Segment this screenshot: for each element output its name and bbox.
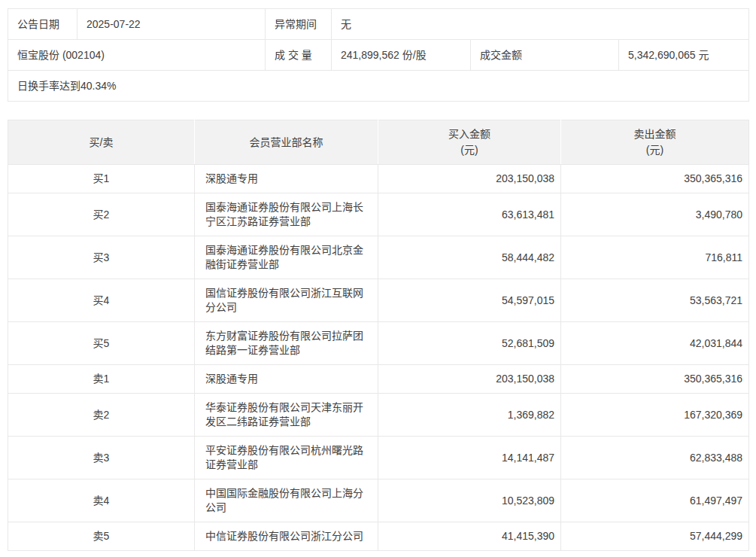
col-header-sell-line2: (元) [569, 142, 741, 158]
volume-value: 241,899,562 份/股 [332, 40, 471, 71]
summary-row-note: 日换手率达到40.34% [8, 71, 749, 102]
table-row: 买3 国泰海通证券股份有限公司北京金融街证券营业部 58,444,482 716… [8, 236, 749, 279]
col-header-buy-line2: (元) [386, 142, 553, 158]
col-header-buy-line1: 买入金额 [386, 126, 553, 142]
broker-name-cell: 东方财富证券股份有限公司拉萨团结路第一证券营业部 [195, 322, 378, 365]
side-rank-cell: 买5 [8, 322, 195, 365]
summary-row-date: 公告日期 2025-07-22 异常期间 无 [8, 9, 749, 40]
table-row: 卖2 华泰证券股份有限公司天津东丽开发区二纬路证券营业部 1,369,882 1… [8, 394, 749, 437]
buy-amount-cell: 54,597,015 [378, 279, 561, 322]
stock-summary-table: 公告日期 2025-07-22 异常期间 无 恒宝股份 (002104) 成 交… [8, 8, 749, 102]
side-rank-cell: 买1 [8, 165, 195, 193]
broker-name-cell: 国泰海通证券股份有限公司北京金融街证券营业部 [195, 236, 378, 279]
table-row: 卖5 中信证券股份有限公司浙江分公司 41,415,390 57,444,299 [8, 522, 749, 551]
sell-amount-cell: 57,444,299 [561, 522, 749, 551]
broker-name-cell: 中信证券股份有限公司浙江分公司 [195, 522, 378, 551]
buy-amount-cell: 58,444,482 [378, 236, 561, 279]
col-header-side: 买/卖 [8, 120, 195, 165]
sell-amount-cell: 42,031,844 [561, 322, 749, 365]
announce-date-label: 公告日期 [8, 9, 77, 40]
sell-amount-cell: 3,490,780 [561, 193, 749, 236]
lhb-table-body: 买1 深股通专用 203,150,038 350,365,316 买2 国泰海通… [8, 165, 749, 551]
table-row: 卖4 中国国际金融股份有限公司上海分公司 10,523,809 61,497,4… [8, 479, 749, 522]
broker-name-cell: 平安证券股份有限公司杭州曙光路证券营业部 [195, 437, 378, 479]
side-rank-cell: 卖3 [8, 437, 195, 479]
side-rank-cell: 买4 [8, 279, 195, 322]
side-rank-cell: 卖4 [8, 479, 195, 522]
sell-amount-cell: 167,320,369 [561, 394, 749, 437]
broker-seats-table: 买/卖 会员营业部名称 买入金额 (元) 卖出金额 (元) 买1 深股通专用 2… [8, 120, 749, 551]
sell-amount-cell: 350,365,316 [561, 365, 749, 394]
buy-amount-cell: 41,415,390 [378, 522, 561, 551]
table-row: 买1 深股通专用 203,150,038 350,365,316 [8, 165, 749, 193]
abnormal-period-label: 异常期间 [266, 9, 332, 40]
buy-amount-cell: 203,150,038 [378, 365, 561, 394]
col-header-buy-amount: 买入金额 (元) [378, 120, 561, 165]
turnover-rate-note: 日换手率达到40.34% [8, 71, 749, 102]
table-row: 买5 东方财富证券股份有限公司拉萨团结路第一证券营业部 52,681,509 4… [8, 322, 749, 365]
abnormal-period-value: 无 [332, 9, 749, 40]
sell-amount-cell: 350,365,316 [561, 165, 749, 193]
broker-name-cell: 国信证券股份有限公司浙江互联网分公司 [195, 279, 378, 322]
broker-name-cell: 中国国际金融股份有限公司上海分公司 [195, 479, 378, 522]
buy-amount-cell: 14,141,487 [378, 437, 561, 479]
col-header-sell-amount: 卖出金额 (元) [561, 120, 749, 165]
summary-row-volume: 恒宝股份 (002104) 成 交 量 241,899,562 份/股 成交金额… [8, 40, 749, 71]
turnover-label: 成交金额 [471, 40, 619, 71]
broker-table-header: 买/卖 会员营业部名称 买入金额 (元) 卖出金额 (元) [8, 120, 749, 165]
sell-amount-cell: 716,811 [561, 236, 749, 279]
buy-amount-cell: 63,613,481 [378, 193, 561, 236]
side-rank-cell: 买3 [8, 236, 195, 279]
buy-amount-cell: 52,681,509 [378, 322, 561, 365]
sell-amount-cell: 61,497,497 [561, 479, 749, 522]
broker-name-cell: 华泰证券股份有限公司天津东丽开发区二纬路证券营业部 [195, 394, 378, 437]
col-header-broker: 会员营业部名称 [195, 120, 378, 165]
table-row: 买2 国泰海通证券股份有限公司上海长宁区江苏路证券营业部 63,613,481 … [8, 193, 749, 236]
broker-name-cell: 国泰海通证券股份有限公司上海长宁区江苏路证券营业部 [195, 193, 378, 236]
broker-name-cell: 深股通专用 [195, 365, 378, 394]
side-rank-cell: 卖5 [8, 522, 195, 551]
announce-date-value: 2025-07-22 [77, 9, 266, 40]
volume-label: 成 交 量 [266, 40, 332, 71]
buy-amount-cell: 1,369,882 [378, 394, 561, 437]
col-header-sell-line1: 卖出金额 [569, 126, 741, 142]
sell-amount-cell: 62,833,488 [561, 437, 749, 479]
table-row: 卖1 深股通专用 203,150,038 350,365,316 [8, 365, 749, 394]
sell-amount-cell: 53,563,721 [561, 279, 749, 322]
table-row: 卖3 平安证券股份有限公司杭州曙光路证券营业部 14,141,487 62,83… [8, 437, 749, 479]
side-rank-cell: 买2 [8, 193, 195, 236]
page: 公告日期 2025-07-22 异常期间 无 恒宝股份 (002104) 成 交… [0, 0, 756, 557]
table-row: 买4 国信证券股份有限公司浙江互联网分公司 54,597,015 53,563,… [8, 279, 749, 322]
turnover-value: 5,342,690,065 元 [619, 40, 749, 71]
buy-amount-cell: 203,150,038 [378, 165, 561, 193]
side-rank-cell: 卖1 [8, 365, 195, 394]
stock-name: 恒宝股份 (002104) [8, 40, 266, 71]
buy-amount-cell: 10,523,809 [378, 479, 561, 522]
side-rank-cell: 卖2 [8, 394, 195, 437]
broker-name-cell: 深股通专用 [195, 165, 378, 193]
